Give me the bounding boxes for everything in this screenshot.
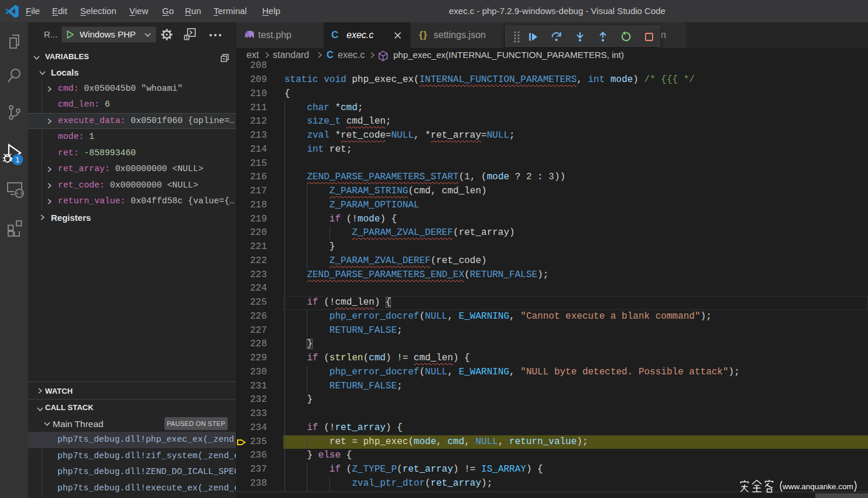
svg-text:1: 1	[16, 156, 20, 164]
